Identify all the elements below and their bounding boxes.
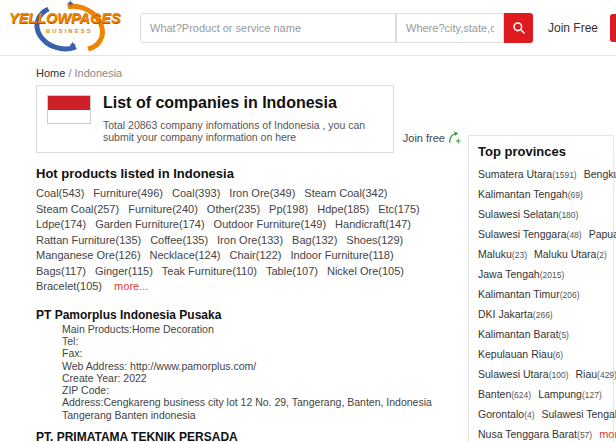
sidebar: Top provinces Sumatera Utara(1591)Bengku… [468,135,614,442]
province-count: (2) [596,250,606,260]
hot-products-block: Coal(543)Furniture(496)Coal(393)Iron Ore… [36,186,461,295]
hot-product-tag[interactable]: Chair(122) [229,248,281,264]
hot-products-more-link[interactable]: more... [114,280,148,292]
province-row: Gorontalo(4)Sulawesi Tengah(28) [478,405,604,425]
search-button[interactable] [504,13,533,43]
main-content: List of companies in Indonesia Total 208… [0,79,616,442]
province-link[interactable]: DKI Jakarta(266) [478,308,553,320]
province-link[interactable]: Bengkulu(27) [584,168,616,180]
company-item: PT Pamorplus Indonesia PusakaMain Produc… [36,308,461,421]
province-name: Jawa Tengah [478,268,540,280]
province-link[interactable]: Maluku(23) [478,248,527,260]
hot-product-tag[interactable]: Bags(117) [36,264,86,280]
company-name-link[interactable]: PT Pamorplus Indonesia Pusaka [36,308,461,322]
province-link[interactable]: Sulawesi Utara(100) [478,368,568,380]
province-count: (100) [549,370,569,380]
provinces-more-link[interactable]: more... [599,428,616,440]
province-link[interactable]: Papua(1) [589,228,616,240]
province-name: Gorontalo [478,408,524,420]
hot-product-tag[interactable]: Garden Furniture(174) [95,217,204,233]
search-what-input[interactable] [140,13,396,43]
company-detail-line: ZIP Code: [62,384,461,396]
logo-business-label: BUSINESS [46,28,93,34]
hot-product-tag[interactable]: Other(235) [207,202,260,218]
province-link[interactable]: Sulawesi Tengah(28) [542,408,616,420]
province-count: (206) [560,290,580,300]
province-link[interactable]: Kepulauan Riau(6) [478,348,563,360]
search-bar [140,13,533,43]
hot-product-tag[interactable]: Pp(198) [269,202,308,218]
top-provinces-heading: Top provinces [478,144,604,159]
logo-star-icon: ✦ [66,0,74,9]
province-link[interactable]: Sumatera Utara(1591) [478,168,577,180]
province-row: Kalimantan Timur(206) [478,285,604,305]
company-detail-line: Create Year: 2022 [62,372,461,384]
province-count: (6) [553,350,563,360]
breadcrumb-current: Indonesia [75,67,123,79]
province-count: (23) [512,250,527,260]
hot-product-tag[interactable]: Coal(543) [36,186,84,202]
yellowpages-logo[interactable]: ✦ YELLOWPAGES BUSINESS ✦ [8,1,134,55]
cursor-plus-icon [448,131,461,145]
company-detail-line: Fax: [62,347,461,359]
company-item: PT. PRIMATAMA TEKNIK PERSADAMain Product… [36,430,461,442]
province-count: (266) [533,310,553,320]
hot-product-tag[interactable]: Handicraft(147) [335,217,411,233]
search-where-input[interactable] [396,13,504,43]
hot-product-tag[interactable]: Bag(132) [292,233,337,249]
hot-product-tag[interactable]: Shoes(129) [346,233,403,249]
hot-product-tag[interactable]: Etc(175) [378,202,420,218]
province-name: Kalimantan Tengah [478,188,568,200]
province-name: Papua [589,228,616,240]
hot-product-tag[interactable]: Steam Coal(257) [36,202,119,218]
province-row: Nusa Tenggara Barat(57)more... [478,425,604,442]
company-name-link[interactable]: PT. PRIMATAMA TEKNIK PERSADA [36,430,461,442]
hot-product-tag[interactable]: Ldpe(174) [36,217,86,233]
province-link[interactable]: Kalimantan Tengah(69) [478,188,583,200]
province-row: Kepulauan Riau(6) [478,345,604,365]
hot-product-tag[interactable]: Bracelet(105) [36,279,102,295]
hot-product-tag[interactable]: Coffee(135) [150,233,208,249]
province-row: DKI Jakarta(266) [478,305,604,325]
hot-product-tag[interactable]: Necklace(124) [150,248,221,264]
hot-product-tag[interactable]: Outdoor Furniture(149) [214,217,327,233]
login-button[interactable]: Log In [610,14,616,42]
hot-product-tag[interactable]: Coal(393) [172,186,220,202]
join-free-link[interactable]: Join Free [548,21,598,35]
hot-product-tag[interactable]: Teak Furniture(110) [162,264,257,280]
hot-product-tag[interactable]: Iron Ore(349) [229,186,295,202]
province-link[interactable]: Nusa Tenggara Barat(57) [478,428,592,440]
province-link[interactable]: Sulawesi Selatan(180) [478,208,578,220]
province-count: (2015) [540,270,565,280]
province-name: Sulawesi Selatan [478,208,559,220]
province-link[interactable]: Kalimantan Timur(206) [478,288,580,300]
left-column: List of companies in Indonesia Total 208… [36,85,461,442]
join-free-label: Join free [403,132,445,144]
province-count: (4) [524,410,534,420]
province-row: Kalimantan Tengah(69) [478,185,604,205]
hot-product-tag[interactable]: Steam Coal(342) [304,186,387,202]
page-subtitle: Total 20863 company infomations of Indon… [103,119,383,143]
hot-product-tag[interactable]: Manganese Ore(126) [36,248,141,264]
hot-product-tag[interactable]: Nickel Ore(105) [327,264,404,280]
hot-product-tag[interactable]: Furniture(240) [128,202,198,218]
breadcrumb-home-link[interactable]: Home [36,67,65,79]
hot-product-tag[interactable]: Indoor Furniture(118) [290,248,393,264]
hot-product-tag[interactable]: Rattan Furniture(135) [36,233,141,249]
join-free-submit-link[interactable]: Join free [403,131,461,145]
province-link[interactable]: Riau(429) [575,368,616,380]
hot-product-tag[interactable]: Table(107) [266,264,318,280]
hot-product-tag[interactable]: Iron Ore(133) [217,233,283,249]
province-link[interactable]: Kalimantan Barat(5) [478,328,569,340]
province-link[interactable]: Maluku Utara(2) [534,248,607,260]
province-name: Kalimantan Timur [478,288,560,300]
province-link[interactable]: Lampung(127) [538,388,602,400]
hot-product-tag[interactable]: Hdpe(185) [317,202,369,218]
hot-product-tag[interactable]: Furniture(496) [93,186,163,202]
province-count: (429) [597,370,616,380]
province-link[interactable]: Sulawesi Tenggara(48) [478,228,582,240]
province-link[interactable]: Gorontalo(4) [478,408,535,420]
province-link[interactable]: Banten(624) [478,388,531,400]
province-link[interactable]: Jawa Tengah(2015) [478,268,564,280]
hot-product-tag[interactable]: Ginger(115) [95,264,153,280]
